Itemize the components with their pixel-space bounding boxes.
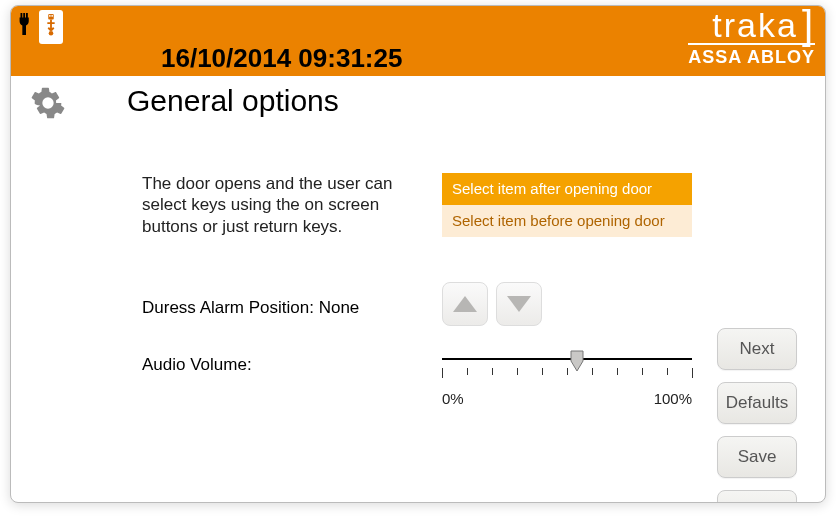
- chevron-up-icon: [453, 296, 477, 312]
- datetime: 16/10/2014 09:31:25: [161, 43, 402, 74]
- slider-ticks: [442, 368, 692, 378]
- duress-alarm-label: Duress Alarm Position: None: [142, 298, 359, 318]
- cancel-button[interactable]: Cancel: [717, 490, 797, 503]
- door-mode-description: The door opens and the user can select k…: [142, 173, 427, 237]
- defaults-button[interactable]: Defaults: [717, 382, 797, 424]
- svg-rect-1: [49, 15, 50, 17]
- slider-track: [442, 358, 692, 360]
- gear-icon: [31, 86, 65, 124]
- svg-rect-2: [51, 15, 52, 17]
- usb-icon: [39, 10, 63, 44]
- save-button[interactable]: Save: [717, 436, 797, 478]
- page-title: General options: [127, 84, 809, 118]
- brand-logo: traka] ASSA ABLOY: [688, 10, 815, 68]
- duress-stepper: [442, 282, 542, 326]
- slider-max-label: 100%: [654, 390, 692, 407]
- next-button[interactable]: Next: [717, 328, 797, 370]
- door-mode-options: Select item after opening door Select it…: [442, 173, 692, 237]
- top-bar: 16/10/2014 09:31:25 traka] ASSA ABLOY: [11, 6, 825, 76]
- slider-min-label: 0%: [442, 390, 464, 407]
- power-plug-icon: [15, 10, 37, 42]
- audio-volume-slider[interactable]: 0% 100%: [442, 348, 692, 408]
- slider-thumb[interactable]: [570, 350, 584, 372]
- option-select-before-open[interactable]: Select item before opening door: [442, 205, 692, 237]
- svg-rect-0: [48, 14, 54, 20]
- svg-point-3: [49, 31, 54, 36]
- duress-up-button[interactable]: [442, 282, 488, 326]
- option-select-after-open[interactable]: Select item after opening door: [442, 173, 692, 205]
- chevron-down-icon: [507, 296, 531, 312]
- audio-volume-label: Audio Volume:: [142, 355, 252, 375]
- duress-down-button[interactable]: [496, 282, 542, 326]
